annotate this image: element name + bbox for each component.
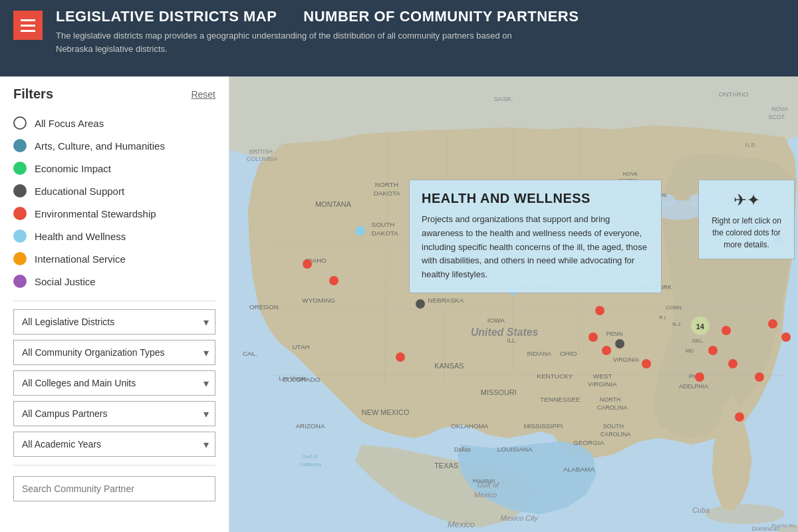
focus-label-environmental: Environmental Stewardship [35,208,156,219]
map-dot-15[interactable] [728,359,737,368]
map-dot-7[interactable] [595,306,604,315]
map-svg: MONTANA NORTH DAKOTA SOUTH DAKOTA IDAHO … [229,76,798,532]
org-types-wrapper: All Community Organization Types [13,340,215,365]
map-dot-19[interactable] [735,412,744,422]
focus-area-health[interactable]: Health and Wellness [13,225,215,247]
hamburger-line [21,25,35,27]
svg-text:LOUISIANA: LOUISIANA [497,446,533,453]
map-dot-8[interactable] [589,332,598,342]
focus-area-arts[interactable]: Arts, Culture, and Humanities [13,134,215,157]
focus-area-economic[interactable]: Economic Impact [13,157,215,180]
svg-text:California: California [299,462,321,467]
svg-text:14: 14 [696,323,705,331]
svg-text:ALABAMA: ALABAMA [563,466,595,473]
focus-area-international[interactable]: International Service [13,247,215,270]
svg-text:NORTH: NORTH [375,181,398,188]
focus-dot-educational [13,184,27,198]
svg-text:NEW MEXICO: NEW MEXICO [362,408,410,416]
svg-text:Houston: Houston [473,477,495,484]
svg-text:OKLAHOMA: OKLAHOMA [451,422,489,430]
instruction-text: Right or left click on the colored dots … [712,216,781,249]
academic-years-select[interactable]: All Academic Years [13,432,215,457]
header-content: LEGISLATIVE DISTRICTS MAP NUMBER OF COMM… [56,8,785,55]
page-title-secondary: NUMBER OF COMMUNITY PARTNERS [303,8,579,25]
map-dot-13[interactable] [708,346,718,355]
svg-text:Gulf of: Gulf of [302,454,318,460]
hamburger-line [21,30,35,32]
map-dot-1[interactable] [329,276,338,285]
tooltip-title: HEALTH AND WELLNESS [422,191,649,206]
map-dot-16[interactable] [755,372,764,382]
svg-text:ONTARIO: ONTARIO [719,90,749,98]
map-dot-12[interactable] [695,372,704,382]
svg-text:PENN: PENN [606,331,623,337]
sidebar: Filters Reset All Focus Areas Arts, Cult… [0,76,229,532]
focus-areas-list: All Focus Areas Arts, Culture, and Human… [13,112,215,293]
svg-text:ADELPHIA: ADELPHIA [679,383,708,390]
svg-text:OHIO: OHIO [560,350,577,357]
svg-text:VIRGINIA: VIRGINIA [613,356,639,363]
divider-2 [13,465,215,466]
map-dot-3[interactable] [396,352,405,362]
divider-1 [13,301,215,301]
legislative-districts-wrapper: All Legislative Districts [13,309,215,334]
map-dot-11[interactable] [642,359,651,368]
map-dot-18[interactable] [781,332,791,342]
focus-dot-arts [13,139,27,152]
svg-text:DEL.: DEL. [692,338,704,344]
svg-text:VIRGINIA: VIRGINIA [588,380,617,388]
focus-area-social[interactable]: Social Justice [13,270,215,293]
svg-text:Mexico: Mexico [474,491,497,499]
map-dot-9[interactable] [602,346,611,355]
svg-text:MD: MD [686,348,694,354]
svg-text:KANSAS: KANSAS [434,362,464,370]
map-container: MONTANA NORTH DAKOTA SOUTH DAKOTA IDAHO … [229,76,798,532]
svg-text:United States: United States [471,327,539,338]
header: LEGISLATIVE DISTRICTS MAP NUMBER OF COMM… [0,0,798,76]
svg-text:N.B.: N.B. [745,142,756,148]
focus-area-environmental[interactable]: Environmental Stewardship [13,202,215,225]
svg-point-5 [706,504,785,524]
svg-text:Cuba: Cuba [692,506,710,514]
sidebar-title: Filters [13,86,53,102]
focus-label-economic: Economic Impact [35,163,111,174]
svg-text:Mexico: Mexico [448,519,475,529]
svg-text:DAKOTA: DAKOTA [374,190,400,197]
svg-text:KENTUCKY: KENTUCKY [537,372,573,380]
svg-text:UTAH: UTAH [292,343,309,350]
header-titles: LEGISLATIVE DISTRICTS MAP NUMBER OF COMM… [56,8,785,25]
reset-button[interactable]: Reset [191,89,215,100]
map-dot-0[interactable] [303,259,312,269]
map-dot-17[interactable] [768,319,777,329]
svg-text:Las Vegas: Las Vegas [279,375,307,382]
svg-text:Dallas: Dallas [454,446,471,453]
legislative-districts-select[interactable]: All Legislative Districts [13,309,215,334]
colleges-select[interactable]: All Colleges and Main Units [13,370,215,396]
focus-dot-international [13,252,27,265]
map-dot-2[interactable] [356,226,365,235]
focus-label-educational: Educational Support [35,186,124,197]
focus-area-all[interactable]: All Focus Areas [13,112,215,134]
map-dot-14[interactable] [722,326,731,335]
search-community-partner-input[interactable] [13,476,215,501]
svg-text:GEORGIA: GEORGIA [573,439,604,446]
map-dot-10[interactable] [615,339,624,348]
svg-text:OREGON: OREGON [249,303,279,311]
colleges-wrapper: All Colleges and Main Units [13,370,215,396]
svg-text:Puerto Ric.: Puerto Ric. [771,523,797,529]
svg-text:Mexico City: Mexico City [501,514,539,522]
focus-dot-environmental [13,207,27,220]
svg-text:CAL.: CAL. [243,350,257,357]
hamburger-button[interactable] [13,11,43,40]
focus-dot-all [13,116,27,130]
svg-text:SOUTH: SOUTH [603,423,624,430]
campus-partners-select[interactable]: All Campus Partners [13,401,215,426]
focus-area-educational[interactable]: Educational Support [13,180,215,202]
map-instruction: ✈✦ Right or left click on the colored do… [698,180,795,259]
map-dot-4[interactable] [416,299,425,309]
svg-text:IOWA: IOWA [487,317,505,324]
svg-text:CAROLINA: CAROLINA [600,431,631,438]
org-types-select[interactable]: All Community Organization Types [13,340,215,365]
svg-text:SCOT.: SCOT. [768,114,785,120]
svg-text:NOVA: NOVA [623,171,638,177]
